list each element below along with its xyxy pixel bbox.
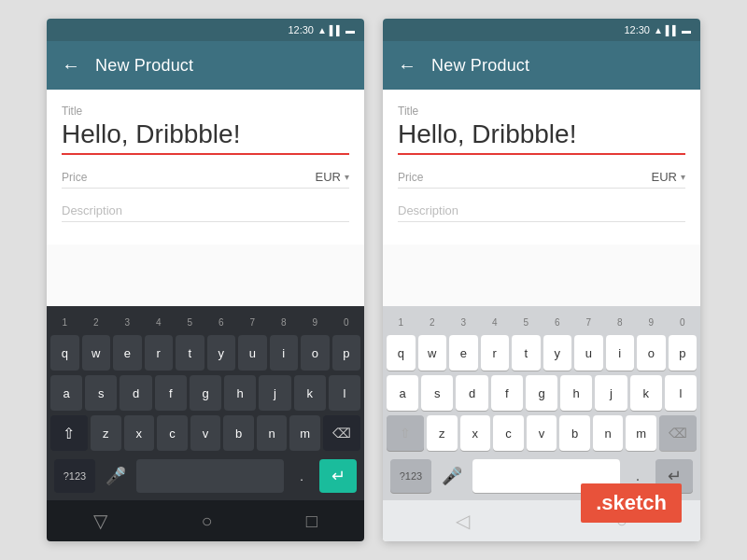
key-m-light[interactable]: m: [626, 415, 656, 451]
key-o-dark[interactable]: o: [301, 335, 330, 371]
currency-select-dark[interactable]: EUR ▾: [316, 170, 349, 184]
num-0[interactable]: 0: [332, 312, 361, 332]
delete-key-light[interactable]: ⌫: [659, 415, 697, 451]
desc-label-light[interactable]: Description: [398, 196, 685, 221]
num-1[interactable]: 1: [50, 312, 79, 332]
dropdown-arrow-dark: ▾: [345, 172, 349, 182]
key-f-dark[interactable]: f: [155, 375, 187, 411]
key-u-dark[interactable]: u: [238, 335, 267, 371]
key-n-dark[interactable]: n: [257, 415, 288, 451]
key-e-light[interactable]: e: [449, 335, 478, 371]
num-6-l[interactable]: 6: [543, 312, 572, 332]
key-a-dark[interactable]: a: [50, 375, 82, 411]
key-g-light[interactable]: g: [526, 375, 557, 411]
num-4-l[interactable]: 4: [481, 312, 510, 332]
shift-key-dark[interactable]: ⇧: [50, 415, 88, 451]
app-bar-dark: ← New Product: [47, 41, 364, 90]
key-q-dark[interactable]: q: [50, 335, 79, 371]
key-x-dark[interactable]: x: [124, 415, 155, 451]
key-x-light[interactable]: x: [460, 415, 491, 451]
key-j-light[interactable]: j: [595, 375, 627, 411]
key-h-dark[interactable]: h: [224, 375, 256, 411]
key-c-dark[interactable]: c: [157, 415, 188, 451]
back-button-light[interactable]: ←: [398, 55, 416, 77]
num-3-l[interactable]: 3: [449, 312, 478, 332]
key-t-light[interactable]: t: [512, 335, 541, 371]
key-n-light[interactable]: n: [593, 415, 624, 451]
key-z-light[interactable]: z: [427, 415, 458, 451]
key-i-light[interactable]: i: [606, 335, 635, 371]
nav-recent-dark[interactable]: □: [306, 511, 317, 532]
key-b-dark[interactable]: b: [223, 415, 254, 451]
key-q-light[interactable]: q: [387, 335, 416, 371]
key-w-light[interactable]: w: [418, 335, 447, 371]
key-z-dark[interactable]: z: [91, 415, 121, 451]
battery-icon-light: ▬: [682, 25, 691, 35]
num-0-l[interactable]: 0: [669, 312, 698, 332]
key-a-light[interactable]: a: [387, 375, 418, 411]
num-8-l[interactable]: 8: [606, 312, 635, 332]
key-row-1-dark: q w e r t y u i o p: [50, 335, 360, 371]
title-value-light[interactable]: Hello, Dribbble!: [398, 119, 685, 153]
key-o-light[interactable]: o: [637, 335, 666, 371]
key-d-dark[interactable]: d: [120, 375, 151, 411]
key-v-light[interactable]: v: [527, 415, 557, 451]
key-l-light[interactable]: l: [665, 375, 697, 411]
key-b-light[interactable]: b: [559, 415, 590, 451]
key-p-light[interactable]: p: [669, 335, 698, 371]
num-7-l[interactable]: 7: [574, 312, 603, 332]
key-s-dark[interactable]: s: [85, 375, 117, 411]
key-u-light[interactable]: u: [574, 335, 603, 371]
key-t-dark[interactable]: t: [176, 335, 204, 371]
num-3[interactable]: 3: [113, 312, 142, 332]
currency-select-light[interactable]: EUR ▾: [652, 170, 685, 184]
enter-key-dark[interactable]: ↵: [319, 459, 357, 493]
desc-label-dark[interactable]: Description: [62, 196, 349, 221]
key-k-dark[interactable]: k: [294, 375, 326, 411]
key-y-light[interactable]: y: [543, 335, 572, 371]
mic-key-light[interactable]: 🎤: [435, 459, 469, 493]
num-9-l[interactable]: 9: [637, 312, 666, 332]
key-y-dark[interactable]: y: [207, 335, 236, 371]
space-bar-dark[interactable]: [136, 459, 284, 493]
nav-back-light[interactable]: ◁: [456, 510, 470, 532]
key-m-dark[interactable]: m: [289, 415, 320, 451]
key-i-dark[interactable]: i: [270, 335, 299, 371]
sym-key-dark[interactable]: ?123: [54, 459, 95, 493]
num-5[interactable]: 5: [176, 312, 204, 332]
mic-key-dark[interactable]: 🎤: [99, 459, 133, 493]
key-d-light[interactable]: d: [456, 375, 487, 411]
key-r-light[interactable]: r: [481, 335, 510, 371]
key-l-dark[interactable]: l: [329, 375, 360, 411]
key-f-light[interactable]: f: [491, 375, 523, 411]
shift-key-light[interactable]: ⇧: [387, 415, 424, 451]
nav-home-dark[interactable]: ○: [201, 511, 212, 532]
title-value-dark[interactable]: Hello, Dribbble!: [62, 119, 349, 153]
num-4[interactable]: 4: [145, 312, 174, 332]
num-2-l[interactable]: 2: [418, 312, 447, 332]
key-w-dark[interactable]: w: [82, 335, 111, 371]
key-h-light[interactable]: h: [560, 375, 592, 411]
num-9[interactable]: 9: [301, 312, 330, 332]
num-8[interactable]: 8: [270, 312, 299, 332]
back-button-dark[interactable]: ←: [62, 55, 80, 77]
key-g-dark[interactable]: g: [190, 375, 221, 411]
key-p-dark[interactable]: p: [332, 335, 361, 371]
key-c-light[interactable]: c: [493, 415, 524, 451]
num-1-l[interactable]: 1: [387, 312, 416, 332]
nav-back-dark[interactable]: ▽: [93, 510, 107, 532]
sym-key-light[interactable]: ?123: [390, 459, 431, 493]
key-s-light[interactable]: s: [421, 375, 453, 411]
num-2[interactable]: 2: [82, 312, 111, 332]
delete-key-dark[interactable]: ⌫: [323, 415, 360, 451]
key-e-dark[interactable]: e: [113, 335, 142, 371]
key-r-dark[interactable]: r: [145, 335, 174, 371]
num-7[interactable]: 7: [238, 312, 267, 332]
price-row-dark: Price EUR ▾: [62, 170, 349, 188]
num-5-l[interactable]: 5: [512, 312, 541, 332]
key-v-dark[interactable]: v: [190, 415, 221, 451]
key-k-light[interactable]: k: [630, 375, 662, 411]
key-j-dark[interactable]: j: [259, 375, 290, 411]
num-6[interactable]: 6: [207, 312, 236, 332]
period-key-dark[interactable]: .: [288, 459, 316, 493]
